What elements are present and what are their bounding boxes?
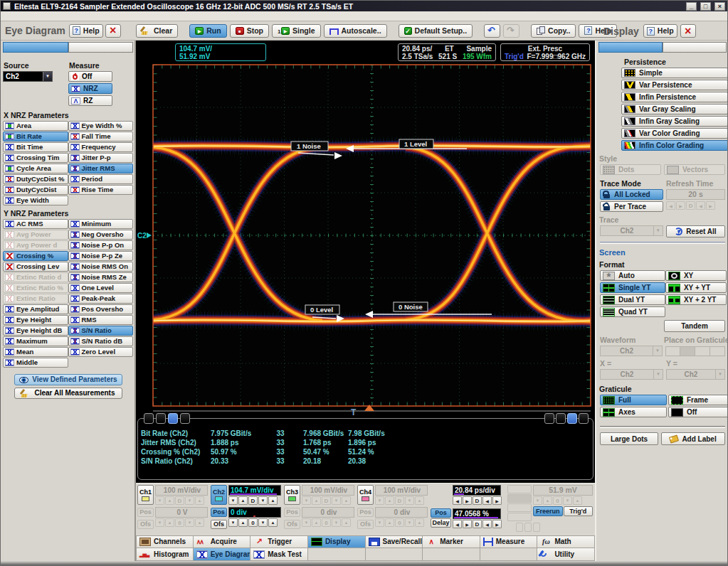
parameter-button[interactable]: Bit Time xyxy=(3,142,68,152)
scale-spinner[interactable] xyxy=(375,496,428,505)
parameter-button[interactable]: DutyCycDist % xyxy=(3,174,68,184)
parameter-button[interactable]: Rise Time xyxy=(68,185,134,195)
copy-button[interactable]: Copy.. xyxy=(531,24,576,38)
measure-mode-button[interactable]: RZ xyxy=(68,95,112,106)
tab[interactable] xyxy=(663,42,727,53)
all-locked-button[interactable]: All Locked xyxy=(600,189,663,200)
result-tab[interactable] xyxy=(180,413,190,424)
parameter-button[interactable]: Avg Power xyxy=(3,230,68,240)
menu-item[interactable] xyxy=(21,11,31,21)
setup-tab[interactable]: Mask Test xyxy=(250,548,308,561)
parameter-button[interactable]: S/N Ratio xyxy=(68,326,134,336)
position-spinner[interactable] xyxy=(302,518,354,527)
format-button[interactable]: XY + 2 YT xyxy=(665,294,727,305)
setup-tab[interactable]: Acquire xyxy=(194,535,251,548)
parameter-button[interactable]: Frequency xyxy=(68,142,134,152)
parameter-button[interactable]: Crossing Lev xyxy=(3,262,68,272)
timebase-spinner[interactable] xyxy=(453,496,502,505)
menu-item[interactable] xyxy=(51,11,60,21)
persistence-button[interactable]: Infin Persistence xyxy=(621,92,728,102)
setup-tab[interactable]: Eye Diagram xyxy=(194,548,251,561)
stop-button[interactable]: Stop xyxy=(230,24,269,38)
parameter-button[interactable]: Middle xyxy=(3,358,68,368)
format-button[interactable]: Quad YT xyxy=(600,306,665,317)
parameter-button[interactable]: Eye Width % xyxy=(68,121,134,131)
result-tab[interactable] xyxy=(144,413,154,424)
parameter-button[interactable]: Minimum xyxy=(68,219,134,229)
parameter-button[interactable]: Jitter RMS xyxy=(68,164,134,173)
scale-spinner[interactable] xyxy=(228,496,281,505)
parameter-button[interactable]: Jitter P-p xyxy=(68,153,134,163)
menu-item[interactable] xyxy=(41,11,51,21)
setup-tab[interactable]: Marker xyxy=(423,535,480,548)
clear-button[interactable]: Clear xyxy=(136,24,178,38)
undo-button[interactable] xyxy=(484,24,500,38)
scale-spinner[interactable] xyxy=(302,496,354,505)
range-tab[interactable] xyxy=(579,413,589,424)
parameter-button[interactable]: Eye Height dB xyxy=(3,326,68,336)
setup-tab[interactable] xyxy=(480,548,538,561)
parameter-button[interactable]: Eye Height xyxy=(3,315,68,325)
position-spinner[interactable] xyxy=(375,518,428,527)
parameter-button[interactable]: Peak-Peak xyxy=(68,294,134,304)
freerun-button[interactable]: Freerun xyxy=(533,506,563,516)
parameter-button[interactable]: AC RMS xyxy=(3,219,68,229)
result-tab[interactable] xyxy=(168,413,178,424)
menu-item[interactable] xyxy=(80,11,90,21)
parameter-button[interactable]: Crossing % xyxy=(3,251,68,261)
setup-tab[interactable] xyxy=(366,548,423,561)
panel-close-button[interactable] xyxy=(105,24,121,38)
parameter-button[interactable]: Extinc Ratio xyxy=(3,294,68,304)
autoscale-button[interactable]: Autoscale.. xyxy=(324,24,387,38)
position-button[interactable]: Pos xyxy=(357,508,374,517)
persistence-button[interactable]: Var Persistence xyxy=(621,80,728,90)
per-trace-button[interactable]: Per Trace xyxy=(600,201,663,212)
tandem-button[interactable]: Tandem xyxy=(664,320,725,332)
parameter-button[interactable]: Period xyxy=(68,174,134,184)
delay-button[interactable]: Delay xyxy=(431,518,451,528)
view-defined-parameters-button[interactable]: View Defined Parameters xyxy=(14,374,122,385)
position-button[interactable]: Pos xyxy=(137,508,154,517)
single-button[interactable]: Single xyxy=(272,24,321,38)
tab[interactable] xyxy=(598,42,663,53)
setup-tab[interactable]: Display xyxy=(308,535,366,548)
setup-tab[interactable]: Utility xyxy=(537,548,595,561)
parameter-button[interactable]: Noise RMS On xyxy=(68,262,134,272)
menu-item[interactable] xyxy=(11,11,21,21)
measure-mode-button[interactable]: NRZ xyxy=(68,83,112,94)
display-close-button[interactable] xyxy=(680,24,696,38)
scale-spinner[interactable] xyxy=(155,496,208,505)
menu-item[interactable] xyxy=(70,11,80,21)
offset-button[interactable]: Ofs xyxy=(211,520,227,529)
persistence-button[interactable]: Simple xyxy=(621,68,728,78)
position-button[interactable]: Pos xyxy=(284,508,300,517)
reset-all-button[interactable]: Reset All xyxy=(666,225,725,237)
run-button[interactable]: Run xyxy=(189,24,226,38)
range-tab[interactable] xyxy=(544,413,554,424)
parameter-button[interactable]: Noise P-p Ze xyxy=(68,251,134,261)
parameter-button[interactable]: Eye Width xyxy=(3,196,68,205)
channel-enable-button[interactable]: Ch4 xyxy=(357,485,374,505)
graticule-button[interactable]: Off xyxy=(668,407,728,417)
channel-enable-button[interactable]: Ch1 xyxy=(137,485,154,505)
panel-help-button[interactable]: Help xyxy=(69,24,103,38)
parameter-button[interactable]: Mean xyxy=(3,347,68,357)
parameter-button[interactable]: Avg Power d xyxy=(3,240,68,250)
offset-button[interactable]: Ofs xyxy=(137,520,154,529)
position-button[interactable]: Pos xyxy=(211,508,227,517)
delay-pos-button[interactable]: Pos xyxy=(431,508,451,518)
format-button[interactable]: XY xyxy=(665,270,727,281)
delay-spinner[interactable] xyxy=(453,520,502,528)
format-button[interactable]: Single YT xyxy=(600,282,665,293)
setup-tab[interactable]: Trigger xyxy=(250,535,308,548)
large-dots-button[interactable]: Large Dots xyxy=(600,432,658,445)
display-help-button[interactable]: Help xyxy=(643,24,677,38)
graticule-button[interactable]: Axes xyxy=(600,407,667,417)
format-button[interactable]: Auto xyxy=(600,270,665,281)
channel-enable-button[interactable]: Ch3 xyxy=(284,485,300,505)
parameter-button[interactable]: Crossing Tim xyxy=(3,153,68,163)
tab[interactable] xyxy=(68,42,134,53)
parameter-button[interactable]: Cycle Area xyxy=(3,164,68,173)
parameter-button[interactable]: Eye Amplitud xyxy=(3,304,68,314)
default-setup-button[interactable]: Default Setup.. xyxy=(399,24,473,38)
